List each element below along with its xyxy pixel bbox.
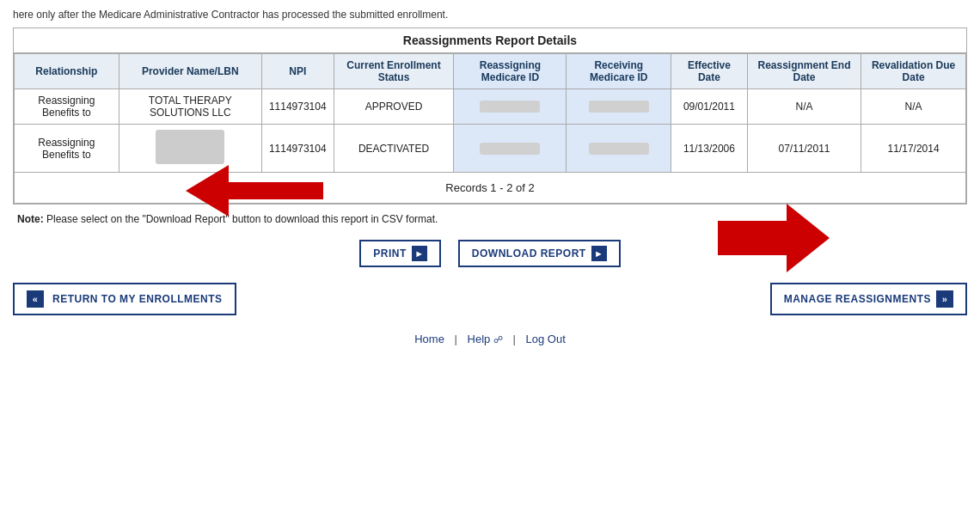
cell-effective-date: 09/01/2011 [671,89,748,125]
cell-npi: 1114973104 [261,89,334,125]
cell-effective-date: 11/13/2006 [671,125,748,173]
cell-end-date: N/A [747,89,861,125]
footer: Home | Help ☍ | Log Out [13,315,967,350]
manage-arrow-icon: » [936,290,953,308]
download-label: DOWNLOAD REPORT [472,247,586,260]
table-header-row: Relationship Provider Name/LBN NPI Curre… [15,54,966,89]
footer-help-link[interactable]: Help ☍ [468,333,506,345]
cell-provider [119,125,261,173]
download-button[interactable]: DOWNLOAD REPORT ► [458,240,621,267]
col-header-relationship: Relationship [15,54,119,89]
return-arrow-icon: « [27,290,44,308]
cell-provider: TOTAL THERAPY SOLUTIONS LLC [119,89,261,125]
col-header-status: Current Enrollment Status [334,54,454,89]
cell-status: APPROVED [334,89,454,125]
blurred-receiving-id [589,101,649,113]
cell-receiving-id [567,125,671,173]
col-header-provider: Provider Name/LBN [119,54,261,89]
help-icon: ☍ [493,334,503,345]
cell-relationship: Reassigning Benefits to [15,125,119,173]
table-row: Reassigning Benefits to1114973104DEACTIV… [15,125,966,173]
blurred-receiving-id [589,143,649,155]
return-button[interactable]: « RETURN TO MY ENROLLMENTS [13,283,236,315]
note-text: Please select on the "Download Report" b… [46,213,438,225]
note-section: Note: Please select on the "Download Rep… [13,205,967,229]
report-section: Reassignments Report Details Relationshi… [13,27,967,205]
nav-row: « RETURN TO MY ENROLLMENTS MANAGE REASSI… [13,283,967,315]
note-prefix: Note: [17,213,44,225]
top-note: here only after the Medicare Administrat… [13,9,967,21]
report-title: Reassignments Report Details [14,28,966,53]
cell-revalidation-date: 11/17/2014 [861,125,966,173]
cell-reassigning-id [454,89,567,125]
col-header-effective-date: Effective Date [671,54,748,89]
report-table-wrapper: Relationship Provider Name/LBN NPI Curre… [14,53,966,173]
table-row: Reassigning Benefits toTOTAL THERAPY SOL… [15,89,966,125]
col-header-reassigning-id: Reassigning Medicare ID [454,54,567,89]
blurred-provider [156,130,224,164]
manage-button[interactable]: MANAGE REASSIGNMENTS » [770,283,967,315]
actions-row: PRINT ► DOWNLOAD REPORT ► [13,229,967,276]
col-header-revalidation: Revalidation Due Date [861,54,966,89]
cell-status: DEACTIVATED [334,125,454,173]
footer-logout-link[interactable]: Log Out [526,333,566,345]
blurred-reassigning-id [480,101,540,113]
download-arrow-icon: ► [591,246,607,261]
cell-npi: 1114973104 [261,125,334,173]
col-header-end-date: Reassignment End Date [747,54,861,89]
footer-home-link[interactable]: Home [414,333,444,345]
print-label: PRINT [373,247,407,260]
cell-relationship: Reassigning Benefits to [15,89,119,125]
footer-sep1: | [455,333,457,345]
print-arrow-icon: ► [412,246,427,261]
cell-end-date: 07/11/2011 [747,125,861,173]
report-table: Relationship Provider Name/LBN NPI Curre… [14,53,966,173]
col-header-receiving-id: Receiving Medicare ID [567,54,671,89]
footer-help-label: Help [468,333,491,345]
records-bar: Records 1 - 2 of 2 [14,173,966,204]
footer-sep2: | [513,333,516,345]
cell-reassigning-id [454,125,567,173]
print-button[interactable]: PRINT ► [359,240,441,267]
cell-receiving-id [567,89,671,125]
return-label: RETURN TO MY ENROLLMENTS [52,293,223,305]
blurred-reassigning-id [480,143,540,155]
manage-label: MANAGE REASSIGNMENTS [784,293,931,305]
col-header-npi: NPI [261,54,334,89]
records-label: Records 1 - 2 of 2 [445,181,534,194]
cell-revalidation-date: N/A [861,89,966,125]
